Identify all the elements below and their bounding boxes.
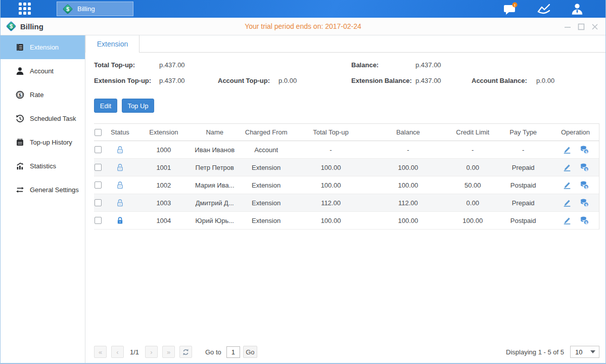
bar-chart-icon: [16, 162, 24, 170]
cell-charged-from: Extension: [236, 199, 297, 207]
column-header-charged-from: Charged From: [236, 128, 297, 136]
sidebar-item-extension[interactable]: Extension: [1, 35, 85, 59]
billing-window: $ Billing !: [0, 0, 606, 364]
cell-status: [106, 199, 134, 207]
status-locked-icon: [116, 216, 124, 225]
account-topup-label: Account Top-up:: [218, 77, 270, 84]
topup-button[interactable]: Top Up: [122, 99, 154, 113]
topup-coins-icon[interactable]: $: [580, 180, 589, 190]
page-size-value: 10: [575, 348, 582, 356]
taskbar-tab-label: Billing: [77, 5, 95, 13]
row-checkbox[interactable]: [95, 199, 102, 206]
cell-balance: 100.00: [365, 217, 451, 224]
row-checkbox[interactable]: [95, 164, 102, 171]
sidebar-item-account[interactable]: Account: [1, 59, 85, 83]
row-checkbox-cell: [94, 146, 106, 153]
cell-total-topup: 100.00: [297, 181, 365, 189]
next-page-button[interactable]: ›: [145, 346, 158, 358]
extension-table-body: 1000Иван ИвановAccount----$1001Петр Петр…: [94, 141, 599, 230]
cell-extension: 1002: [134, 181, 194, 189]
topup-coins-icon[interactable]: $: [580, 216, 589, 225]
coin-icon: $: [16, 90, 24, 99]
svg-text:$: $: [585, 150, 587, 154]
sidebar-item-general-settings[interactable]: General Settings: [1, 178, 85, 202]
first-page-button[interactable]: «: [94, 346, 107, 358]
sidebar-item-scheduled-task[interactable]: Scheduled Task: [1, 107, 85, 130]
notepad-icon: [16, 138, 24, 147]
clock-history-icon: [16, 114, 24, 123]
cell-operation: $: [552, 180, 599, 190]
edit-pencil-icon[interactable]: [563, 145, 572, 154]
sidebar-item-rate[interactable]: $Rate: [1, 83, 85, 107]
cell-total-topup: 100.00: [297, 164, 365, 171]
sidebar-item-label: Rate: [30, 91, 43, 99]
cell-extension: 1003: [134, 199, 194, 207]
row-checkbox-cell: [94, 164, 106, 171]
sidebar-item-top-up-history[interactable]: Top-up History: [1, 130, 85, 154]
window-title: Billing: [20, 22, 43, 31]
cell-operation: $: [552, 198, 599, 207]
page-size-select[interactable]: 10: [570, 346, 599, 358]
edit-pencil-icon[interactable]: [563, 198, 572, 207]
minimize-icon[interactable]: [564, 23, 571, 30]
status-unlocked-icon: [116, 199, 124, 207]
table-row: 1000Иван ИвановAccount----$: [94, 141, 599, 159]
user-icon[interactable]: [569, 3, 585, 16]
svg-text:$: $: [585, 167, 587, 172]
last-page-button[interactable]: »: [162, 346, 175, 358]
svg-text:!: !: [514, 3, 516, 8]
edit-pencil-icon[interactable]: [563, 216, 572, 225]
refresh-icon[interactable]: [179, 346, 192, 358]
status-unlocked-icon: [116, 163, 124, 172]
row-checkbox[interactable]: [95, 146, 102, 153]
close-icon[interactable]: [591, 23, 598, 30]
total-topup-label: Total Top-up:: [94, 61, 135, 69]
cell-extension: 1001: [134, 164, 194, 171]
account-balance-label: Account Balance:: [472, 77, 527, 84]
main-content: Extension Total Top-up: p.437.00 Balance…: [85, 35, 605, 363]
row-checkbox[interactable]: [95, 181, 102, 189]
maximize-icon[interactable]: [577, 23, 585, 30]
cell-charged-from: Extension: [236, 181, 297, 189]
cell-pay-type: Prepaid: [494, 199, 552, 207]
cell-credit-limit: 0.00: [451, 164, 494, 171]
cell-total-topup: -: [297, 146, 365, 154]
taskbar: $ Billing !: [1, 0, 605, 18]
app-grid-icon[interactable]: [19, 3, 32, 16]
sidebar-item-statistics[interactable]: Statistics: [1, 154, 85, 178]
topup-coins-icon[interactable]: $: [580, 163, 589, 172]
row-checkbox[interactable]: [95, 217, 102, 224]
select-all-checkbox[interactable]: [95, 129, 102, 136]
cell-balance: 100.00: [365, 181, 451, 189]
cell-name: Дмитрий Д...: [194, 199, 236, 207]
go-button[interactable]: Go: [243, 346, 257, 358]
messages-icon[interactable]: !: [502, 3, 519, 16]
pagination-bar: « ‹ 1/1 › » Go to Go Displaying: [94, 345, 599, 358]
cell-balance: 112.00: [365, 199, 451, 207]
chart-icon[interactable]: [536, 3, 552, 16]
svg-text:$: $: [585, 203, 587, 207]
cell-status: [106, 216, 134, 225]
cell-status: [106, 146, 134, 154]
column-header-balance: Balance: [365, 128, 451, 136]
cell-name: Иван Иванов: [194, 146, 236, 154]
cell-pay-type: -: [494, 146, 552, 154]
cell-operation: $: [552, 216, 599, 225]
edit-button[interactable]: Edit: [94, 99, 117, 113]
row-checkbox-cell: [94, 199, 106, 206]
goto-page-input[interactable]: [226, 346, 240, 358]
window-header: $ Billing Your trial period ends on: 201…: [1, 18, 605, 35]
prev-page-button[interactable]: ‹: [111, 346, 124, 358]
displaying-text: Displaying 1 - 5 of 5: [506, 348, 564, 356]
tab-extension[interactable]: Extension: [85, 35, 139, 53]
edit-pencil-icon[interactable]: [563, 180, 572, 190]
sidebar-item-label: General Settings: [30, 186, 79, 194]
svg-text:$: $: [585, 220, 587, 225]
column-header-operation: Operation: [552, 128, 599, 136]
edit-pencil-icon[interactable]: [563, 163, 572, 172]
topup-coins-icon[interactable]: $: [580, 145, 589, 154]
topup-coins-icon[interactable]: $: [580, 198, 589, 207]
taskbar-tab-billing[interactable]: $ Billing: [57, 2, 133, 16]
sidebar-item-label: Statistics: [30, 162, 56, 170]
cell-balance: -: [365, 146, 451, 154]
